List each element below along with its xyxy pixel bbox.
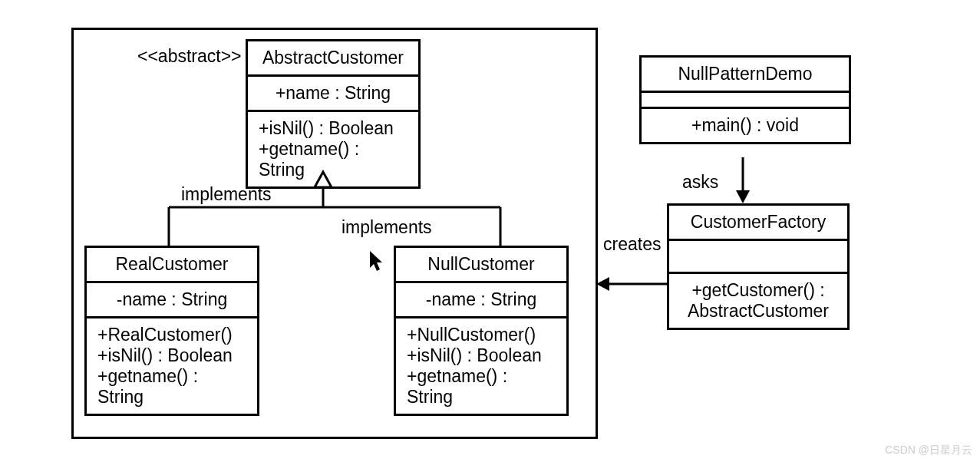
implements-label-1: implements (181, 184, 272, 205)
class-attributes: -name : String (87, 283, 257, 318)
svg-marker-8 (596, 277, 609, 291)
class-abstract-customer: AbstractCustomer +name : String +isNil()… (246, 39, 421, 189)
implements-label-2: implements (342, 217, 432, 238)
class-op: +isNil() : Boolean (259, 118, 408, 139)
class-null-customer: NullCustomer -name : String +NullCustome… (394, 246, 569, 416)
creates-label: creates (603, 234, 661, 255)
class-name: NullCustomer (396, 248, 566, 283)
class-name: CustomerFactory (669, 206, 847, 241)
class-op: +getname() : String (259, 139, 408, 180)
class-attributes-empty (669, 241, 847, 274)
class-real-customer: RealCustomer -name : String +RealCustome… (84, 246, 259, 416)
class-op: +NullCustomer() (407, 325, 556, 345)
class-operations: +main() : void (642, 109, 849, 142)
svg-marker-6 (736, 190, 750, 203)
class-op: +RealCustomer() (97, 325, 246, 345)
class-attributes: -name : String (396, 283, 566, 318)
asks-label: asks (682, 172, 718, 193)
class-name: AbstractCustomer (248, 41, 418, 77)
class-name: NullPatternDemo (642, 58, 849, 93)
class-operations: +NullCustomer() +isNil() : Boolean +getn… (396, 318, 566, 414)
class-op: +isNil() : Boolean (407, 345, 556, 366)
class-op: +getCustomer() : AbstractCustomer (680, 280, 836, 322)
abstract-stereotype: <<abstract>> (137, 46, 242, 67)
class-op: +getname() : String (97, 366, 246, 408)
class-operations: +getCustomer() : AbstractCustomer (669, 274, 847, 328)
class-op: +getname() : String (407, 366, 556, 408)
class-attributes: +name : String (248, 77, 418, 112)
class-operations: +RealCustomer() +isNil() : Boolean +getn… (87, 318, 257, 414)
class-customer-factory: CustomerFactory +getCustomer() : Abstrac… (667, 203, 850, 330)
class-attributes-empty (642, 93, 849, 109)
class-op: +isNil() : Boolean (97, 345, 246, 366)
class-null-pattern-demo: NullPatternDemo +main() : void (639, 55, 851, 144)
class-name: RealCustomer (87, 248, 257, 283)
watermark: CSDN @日星月云 (885, 444, 972, 457)
class-operations: +isNil() : Boolean +getname() : String (248, 112, 418, 186)
